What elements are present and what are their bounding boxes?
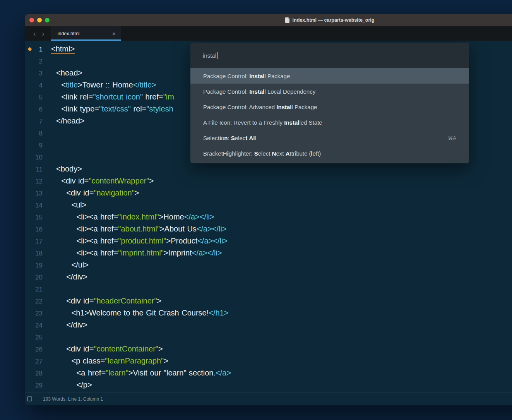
code-line[interactable]: 16 <li><a href="about.html">About Us</a>… xyxy=(25,223,512,235)
command-palette: instal Package Control: Install PackageP… xyxy=(190,43,469,163)
code-line[interactable]: 26 <div id="contentContainer"> xyxy=(25,343,512,355)
palette-item[interactable]: Package Control: Advanced Install Packag… xyxy=(190,99,469,115)
code-text: <link rel="shortcut icon" href="im xyxy=(43,91,174,103)
line-number: 21 xyxy=(35,286,43,293)
palette-item[interactable]: A File Icon: Revert to a Freshly Install… xyxy=(190,115,469,130)
code-text: </div> xyxy=(43,271,87,283)
line-number: 13 xyxy=(35,190,43,197)
palette-query-text: instal xyxy=(203,52,216,59)
palette-item-label: Selection: Select All xyxy=(203,135,256,141)
code-line[interactable]: 27 <p class="learnParagraph"> xyxy=(25,355,512,367)
code-line[interactable]: 21 xyxy=(25,283,512,295)
window-title: index.html — carparts-website_orig xyxy=(293,17,375,23)
gutter: 2 xyxy=(25,55,43,67)
code-text: <h1>Welcome to the Git Crash Course!</h1… xyxy=(43,307,228,319)
palette-search-input[interactable]: instal xyxy=(190,43,469,68)
document-icon xyxy=(285,17,290,23)
history-nav: ‹ › xyxy=(25,26,48,41)
gutter: 6 xyxy=(25,103,43,115)
editor-window: index.html — carparts-website_orig ‹ › i… xyxy=(25,14,512,405)
code-line[interactable]: 12 <div id="contentWrapper"> xyxy=(25,175,512,187)
zoom-window-button[interactable] xyxy=(45,18,50,22)
line-number: 22 xyxy=(35,298,43,305)
code-text: <head> xyxy=(43,67,82,79)
code-text: <title>Tower :: Home</title> xyxy=(43,79,156,91)
line-number: 20 xyxy=(35,274,43,281)
gutter: 25 xyxy=(25,331,43,343)
code-text: </head> xyxy=(43,115,85,127)
gutter: 7 xyxy=(25,115,43,127)
gutter: 18 xyxy=(25,247,43,259)
gutter: 26 xyxy=(25,343,43,355)
forward-icon[interactable]: › xyxy=(42,30,44,37)
line-number: 1 xyxy=(39,46,43,53)
line-number: 25 xyxy=(35,334,43,341)
gutter: 14 xyxy=(25,199,43,211)
code-line[interactable]: 17 <li><a href="product.html">Product</a… xyxy=(25,235,512,247)
code-text: <li><a href="about.html">About Us</a></l… xyxy=(43,223,227,235)
line-number: 16 xyxy=(35,226,43,233)
gutter: 28 xyxy=(25,367,43,379)
tab-index-html[interactable]: index.html × xyxy=(51,26,121,41)
code-line[interactable]: 15 <li><a href="index.html">Home</a></li… xyxy=(25,211,512,223)
code-line[interactable]: 23 <h1>Welcome to the Git Crash Course!<… xyxy=(25,307,512,319)
code-text xyxy=(43,139,51,151)
tab-close-icon[interactable]: × xyxy=(112,30,116,37)
code-line[interactable]: 19 </ul> xyxy=(25,259,512,271)
back-icon[interactable]: ‹ xyxy=(33,30,36,37)
code-text xyxy=(43,331,51,343)
line-number: 5 xyxy=(39,94,43,101)
line-number: 28 xyxy=(35,370,43,377)
gutter: 29 xyxy=(25,379,43,391)
line-number: 7 xyxy=(39,118,43,125)
gutter: 21 xyxy=(25,283,43,295)
gutter: 9 xyxy=(25,139,43,151)
line-number: 26 xyxy=(35,346,43,353)
minimize-window-button[interactable] xyxy=(37,18,42,22)
code-line[interactable]: 25 xyxy=(25,331,512,343)
code-text xyxy=(43,55,51,67)
text-cursor xyxy=(217,52,217,59)
line-number: 2 xyxy=(39,58,43,65)
code-line[interactable]: 14 <ul> xyxy=(25,199,512,211)
code-line[interactable]: 13 <div id="navigation"> xyxy=(25,187,512,199)
gutter: 17 xyxy=(25,235,43,247)
line-number: 4 xyxy=(39,82,43,89)
code-text: <p class="learnParagraph"> xyxy=(43,355,168,367)
code-line[interactable]: 22 <div id="headerContainer"> xyxy=(25,295,512,307)
window-title-group: index.html — carparts-website_orig xyxy=(285,17,375,23)
palette-item-label: A File Icon: Revert to a Freshly Install… xyxy=(203,119,322,126)
line-number: 24 xyxy=(35,322,43,329)
palette-item[interactable]: Package Control: Install Package xyxy=(190,68,469,84)
code-text: <html> xyxy=(43,43,75,55)
gutter: 16 xyxy=(25,223,43,235)
code-text xyxy=(43,283,51,295)
gutter: 8 xyxy=(25,127,43,139)
gutter: 12 xyxy=(25,175,43,187)
code-editor[interactable]: 1<html>23 <head>4 <title>Tower :: Home</… xyxy=(25,41,512,392)
palette-item[interactable]: Selection: Select All⌘A xyxy=(190,130,469,146)
gutter: 4 xyxy=(25,79,43,91)
titlebar[interactable]: index.html — carparts-website_orig xyxy=(25,14,512,26)
code-text: <div id="headerContainer"> xyxy=(43,295,161,307)
line-number: 18 xyxy=(35,250,43,257)
panel-toggle-icon[interactable] xyxy=(27,396,32,401)
code-line[interactable]: 29 </p> xyxy=(25,379,512,391)
code-line[interactable]: 11 <body> xyxy=(25,163,512,175)
code-text xyxy=(43,127,51,139)
code-text xyxy=(43,151,51,163)
gutter: 19 xyxy=(25,259,43,271)
code-line[interactable]: 28 <a href="learn">Visit our "learn" sec… xyxy=(25,367,512,379)
palette-item[interactable]: Package Control: Install Local Dependenc… xyxy=(190,84,469,99)
gutter: 20 xyxy=(25,271,43,283)
code-line[interactable]: 18 <li><a href="imprint.html">Imprint</a… xyxy=(25,247,512,259)
code-line[interactable]: 20 </div> xyxy=(25,271,512,283)
code-text: </p> xyxy=(43,379,92,391)
code-text: <ul> xyxy=(43,199,86,211)
close-window-button[interactable] xyxy=(29,18,34,22)
palette-item[interactable]: BracketHighlighter: Select Next Attribut… xyxy=(190,146,469,161)
line-number: 17 xyxy=(35,238,43,245)
code-line[interactable]: 24 </div> xyxy=(25,319,512,331)
status-text: 193 Words, Line 1, Column 1 xyxy=(43,396,103,402)
tab-label: index.html xyxy=(58,31,80,36)
